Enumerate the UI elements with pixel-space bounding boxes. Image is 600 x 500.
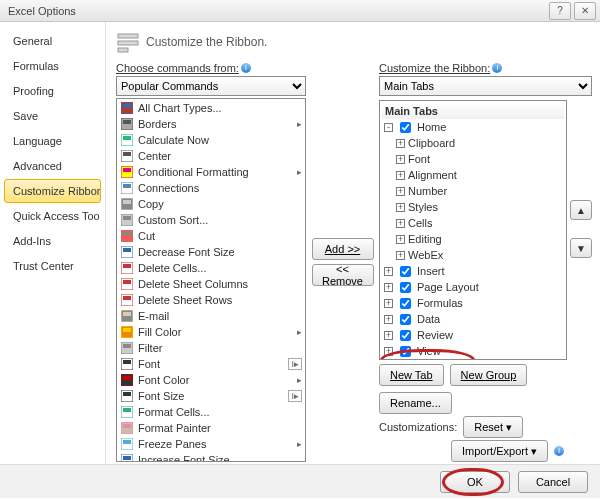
command-conditional-formatting[interactable]: Conditional Formatting▸ (118, 164, 304, 180)
reset-button[interactable]: Reset ▾ (463, 416, 523, 438)
tree-node-editing[interactable]: +Editing (382, 231, 564, 247)
expand-toggle[interactable]: + (384, 331, 393, 340)
sidebar-item-add-ins[interactable]: Add-Ins (4, 229, 101, 253)
customize-ribbon-dropdown[interactable]: Main Tabs (379, 76, 592, 96)
expand-toggle[interactable]: + (384, 315, 393, 324)
command-label: All Chart Types... (138, 102, 222, 114)
tree-node-cells[interactable]: +Cells (382, 215, 564, 231)
tab-checkbox[interactable] (400, 122, 411, 133)
tree-node-styles[interactable]: +Styles (382, 199, 564, 215)
command-center[interactable]: Center (118, 148, 304, 164)
email-icon (120, 309, 134, 323)
command-label: Copy (138, 198, 164, 210)
command-format-cells[interactable]: Format Cells... (118, 404, 304, 420)
title-bar: Excel Options ? ✕ (0, 0, 600, 22)
tree-node-insert[interactable]: +Insert (382, 263, 564, 279)
tree-node-home[interactable]: -Home (382, 119, 564, 135)
tree-node-number[interactable]: +Number (382, 183, 564, 199)
svg-rect-26 (123, 280, 131, 284)
command-font-color[interactable]: Font Color▸ (118, 372, 304, 388)
tree-node-developer[interactable]: +Developer (382, 359, 564, 360)
info-icon[interactable]: i (492, 63, 502, 73)
commands-listbox[interactable]: All Chart Types...Borders▸Calculate NowC… (116, 98, 306, 462)
sidebar-item-trust-center[interactable]: Trust Center (4, 254, 101, 278)
cancel-button[interactable]: Cancel (518, 471, 588, 493)
svg-rect-40 (123, 392, 131, 396)
tree-node-alignment[interactable]: +Alignment (382, 167, 564, 183)
new-group-button[interactable]: New Group (450, 364, 528, 386)
expand-toggle[interactable]: + (384, 299, 393, 308)
command-font-size[interactable]: Font SizeI▸ (118, 388, 304, 404)
remove-button[interactable]: << Remove (312, 264, 374, 286)
ribbon-treeview[interactable]: Main Tabs -Home+Clipboard+Font+Alignment… (379, 100, 567, 360)
command-freeze-panes[interactable]: Freeze Panes▸ (118, 436, 304, 452)
sidebar-item-proofing[interactable]: Proofing (4, 79, 101, 103)
command-delete-sheet-columns[interactable]: Delete Sheet Columns (118, 276, 304, 292)
sidebar-item-quick-access-toolbar[interactable]: Quick Access Toolbar (4, 204, 101, 228)
tab-checkbox[interactable] (400, 266, 411, 277)
expand-toggle[interactable]: + (396, 203, 405, 212)
expand-toggle[interactable]: + (384, 347, 393, 356)
ok-button[interactable]: OK (440, 471, 510, 493)
tree-node-clipboard[interactable]: +Clipboard (382, 135, 564, 151)
command-copy[interactable]: Copy (118, 196, 304, 212)
command-decrease-font-size[interactable]: Decrease Font Size (118, 244, 304, 260)
command-label: Conditional Formatting (138, 166, 249, 178)
command-filter[interactable]: Filter (118, 340, 304, 356)
expand-toggle[interactable]: + (396, 139, 405, 148)
command-fill-color[interactable]: Fill Color▸ (118, 324, 304, 340)
tab-checkbox[interactable] (400, 298, 411, 309)
command-increase-font-size[interactable]: Increase Font Size (118, 452, 304, 462)
tree-node-data[interactable]: +Data (382, 311, 564, 327)
tree-node-page-layout[interactable]: +Page Layout (382, 279, 564, 295)
add-button[interactable]: Add >> (312, 238, 374, 260)
expand-toggle[interactable]: + (396, 187, 405, 196)
font-icon (120, 357, 134, 371)
close-button[interactable]: ✕ (574, 2, 596, 20)
expand-toggle[interactable]: + (384, 283, 393, 292)
move-down-button[interactable]: ▼ (570, 238, 592, 258)
expand-toggle[interactable]: + (396, 251, 405, 260)
expand-toggle[interactable]: + (384, 267, 393, 276)
command-label: Connections (138, 182, 199, 194)
sidebar-item-customize-ribbon[interactable]: Customize Ribbon (4, 179, 101, 203)
sidebar-item-language[interactable]: Language (4, 129, 101, 153)
tree-node-formulas[interactable]: +Formulas (382, 295, 564, 311)
info-icon[interactable]: i (554, 446, 564, 456)
help-button[interactable]: ? (549, 2, 571, 20)
tree-node-font[interactable]: +Font (382, 151, 564, 167)
command-e-mail[interactable]: E-mail (118, 308, 304, 324)
tree-node-webex[interactable]: +WebEx (382, 247, 564, 263)
expand-toggle[interactable]: + (396, 155, 405, 164)
sidebar-item-general[interactable]: General (4, 29, 101, 53)
rename-button[interactable]: Rename... (379, 392, 452, 414)
tab-checkbox[interactable] (400, 314, 411, 325)
expand-toggle[interactable]: + (396, 171, 405, 180)
command-connections[interactable]: Connections (118, 180, 304, 196)
command-cut[interactable]: Cut (118, 228, 304, 244)
move-up-button[interactable]: ▲ (570, 200, 592, 220)
command-font[interactable]: FontI▸ (118, 356, 304, 372)
command-format-painter[interactable]: Format Painter (118, 420, 304, 436)
tree-node-review[interactable]: +Review (382, 327, 564, 343)
command-custom-sort[interactable]: Custom Sort... (118, 212, 304, 228)
expand-toggle[interactable]: + (396, 235, 405, 244)
sidebar-item-formulas[interactable]: Formulas (4, 54, 101, 78)
sidebar-item-save[interactable]: Save (4, 104, 101, 128)
expand-toggle[interactable]: - (384, 123, 393, 132)
tab-checkbox[interactable] (400, 330, 411, 341)
command-all-chart-types[interactable]: All Chart Types... (118, 100, 304, 116)
sidebar-item-advanced[interactable]: Advanced (4, 154, 101, 178)
tree-node-view[interactable]: +View (382, 343, 564, 359)
expand-toggle[interactable]: + (396, 219, 405, 228)
tab-checkbox[interactable] (400, 282, 411, 293)
info-icon[interactable]: i (241, 63, 251, 73)
command-delete-cells[interactable]: Delete Cells... (118, 260, 304, 276)
command-borders[interactable]: Borders▸ (118, 116, 304, 132)
command-calculate-now[interactable]: Calculate Now (118, 132, 304, 148)
new-tab-button[interactable]: New Tab (379, 364, 444, 386)
choose-commands-dropdown[interactable]: Popular Commands (116, 76, 306, 96)
import-export-button[interactable]: Import/Export ▾ (451, 440, 548, 462)
tab-checkbox[interactable] (400, 346, 411, 357)
command-delete-sheet-rows[interactable]: Delete Sheet Rows (118, 292, 304, 308)
